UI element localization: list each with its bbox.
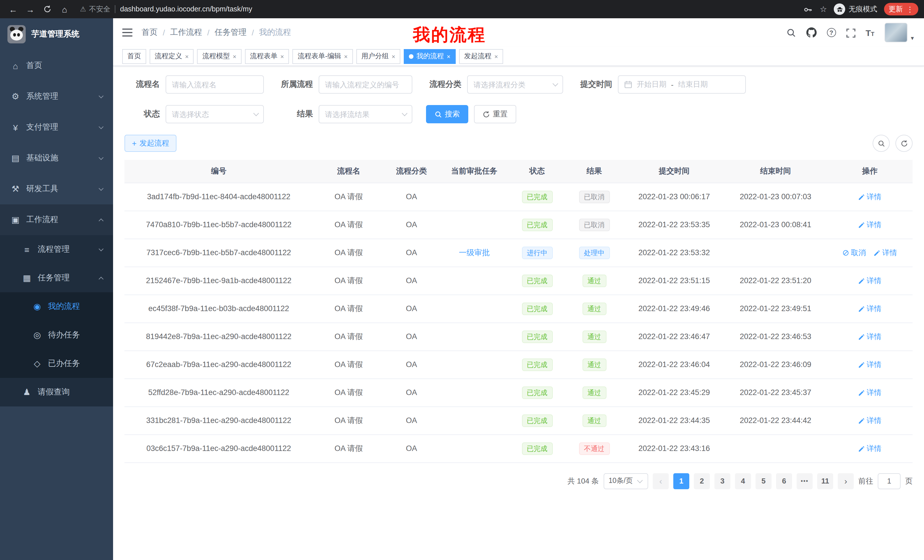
sidebar-item-process-mgmt[interactable]: ≡ 流程管理 — [0, 235, 113, 264]
detail-link[interactable]: 详情 — [874, 247, 897, 258]
bookmark-star-icon[interactable]: ☆ — [820, 4, 827, 14]
result-select[interactable] — [319, 105, 412, 123]
sidebar-item-task-mgmt[interactable]: ▦ 任务管理 — [0, 264, 113, 292]
cancel-link[interactable]: 取消 — [842, 247, 866, 258]
reload-icon[interactable] — [40, 2, 55, 16]
tab-home[interactable]: 首页 — [122, 49, 146, 64]
category-select[interactable] — [467, 75, 563, 94]
close-icon[interactable]: × — [494, 53, 498, 60]
fullscreen-icon[interactable] — [846, 27, 855, 38]
tab-initiate-process[interactable]: 发起流程× — [459, 49, 503, 64]
parent-process-input[interactable] — [319, 75, 412, 94]
submit-time-range-picker[interactable]: 开始日期 - 结束日期 — [618, 75, 746, 94]
detail-link[interactable]: 详情 — [858, 415, 882, 425]
browser-menu-icon[interactable]: ⋮ — [906, 5, 914, 13]
workflow-submenu: ≡ 流程管理 ▦ 任务管理 ◉ 我的流程 ◎ 待办任务 — [0, 235, 113, 406]
back-icon[interactable]: ← — [6, 2, 21, 16]
cell-category: OA — [384, 183, 439, 211]
security-warning[interactable]: ⚠不安全 — [80, 4, 111, 14]
tab-my-process[interactable]: 我的流程× — [404, 49, 455, 64]
cell-submit-time: 2022-01-22 23:46:04 — [624, 350, 724, 379]
start-date-placeholder: 开始日期 — [637, 79, 666, 90]
goto-page-input[interactable] — [878, 473, 901, 489]
password-key-icon[interactable] — [804, 4, 813, 14]
address-bar[interactable]: ⚠不安全 dashboard.yudao.iocoder.cn/bpm/task… — [80, 4, 796, 14]
initiate-process-button[interactable]: + 发起流程 — [124, 135, 177, 152]
detail-link[interactable]: 详情 — [858, 443, 882, 454]
page-button-2[interactable]: 2 — [694, 473, 710, 489]
process-name-input[interactable] — [166, 75, 264, 94]
more-pages-button[interactable]: ••• — [796, 473, 813, 489]
cell-current-task — [439, 322, 510, 350]
search-icon[interactable] — [786, 27, 796, 38]
sidebar-item-devtools[interactable]: ⚒ 研发工具 — [0, 174, 113, 204]
detail-link[interactable]: 详情 — [858, 303, 882, 314]
sidebar-item-done-tasks[interactable]: ◇ 已办任务 — [0, 349, 113, 378]
cell-name: OA 请假 — [313, 406, 384, 434]
hamburger-icon[interactable] — [122, 28, 132, 36]
github-icon[interactable] — [806, 27, 817, 38]
prev-page-button[interactable]: ‹ — [653, 473, 669, 489]
sidebar-item-infra[interactable]: ▤ 基础设施 — [0, 143, 113, 174]
cell-id: 331bc281-7b9a-11ec-a290-acde48001122 — [124, 406, 313, 434]
close-icon[interactable]: × — [280, 53, 284, 60]
detail-link[interactable]: 详情 — [858, 387, 882, 398]
cell-end-time: 2022-01-22 23:45:37 — [724, 379, 827, 406]
breadcrumb-task-mgmt[interactable]: 任务管理 — [215, 27, 247, 38]
chevron-down-icon — [99, 186, 104, 191]
close-icon[interactable]: × — [185, 53, 189, 60]
browser-update-button[interactable]: 更新 ⋮ — [884, 3, 918, 15]
tab-process-definition[interactable]: 流程定义× — [150, 49, 194, 64]
filter-row-1: 流程名 所属流程 流程分类 提交 — [124, 75, 913, 94]
sidebar-item-system[interactable]: ⚙ 系统管理 — [0, 81, 113, 112]
refresh-table-button[interactable] — [896, 135, 913, 152]
current-task-link[interactable]: 一级审批 — [459, 248, 490, 257]
sidebar-item-todo-tasks[interactable]: ◎ 待办任务 — [0, 321, 113, 349]
tab-user-group[interactable]: 用户分组× — [356, 49, 400, 64]
close-icon[interactable]: × — [392, 53, 396, 60]
page-button-1[interactable]: 1 — [673, 473, 689, 489]
breadcrumb-home[interactable]: 首页 — [142, 27, 158, 38]
breadcrumb-workflow[interactable]: 工作流程 — [170, 27, 202, 38]
page-button-3[interactable]: 3 — [714, 473, 730, 489]
next-page-button[interactable]: › — [838, 473, 854, 489]
sidebar-item-home[interactable]: ⌂ 首页 — [0, 50, 113, 81]
close-icon[interactable]: × — [233, 53, 236, 60]
toggle-search-button[interactable] — [873, 135, 890, 152]
cell-submit-time: 2022-01-22 23:53:32 — [624, 239, 724, 267]
close-icon[interactable]: × — [344, 53, 348, 60]
detail-link[interactable]: 详情 — [858, 359, 882, 370]
url-text[interactable]: dashboard.yudao.iocoder.cn/bpm/task/my — [120, 5, 252, 13]
status-select[interactable] — [166, 105, 264, 123]
detail-link[interactable]: 详情 — [858, 276, 882, 286]
page-button-11[interactable]: 11 — [817, 473, 833, 489]
user-menu[interactable]: ▼ — [885, 23, 915, 42]
page-button-4[interactable]: 4 — [735, 473, 751, 489]
avatar[interactable] — [885, 23, 908, 42]
sidebar-item-workflow[interactable]: ▣ 工作流程 — [0, 204, 113, 235]
cell-end-time: 2022-01-23 00:08:41 — [724, 211, 827, 239]
font-size-icon[interactable]: TT — [866, 28, 874, 37]
screen: ← → ⌂ ⚠不安全 dashboard.yudao.iocoder.cn/bp… — [0, 0, 924, 560]
search-button[interactable]: 搜索 — [426, 105, 468, 123]
detail-link[interactable]: 详情 — [858, 192, 882, 202]
home-icon[interactable]: ⌂ — [57, 2, 72, 16]
detail-link[interactable]: 详情 — [858, 331, 882, 341]
close-icon[interactable]: × — [447, 53, 450, 60]
monitor-icon: ▤ — [10, 153, 21, 163]
detail-link[interactable]: 详情 — [858, 220, 882, 230]
page-size-select[interactable]: 10条/页 — [603, 473, 648, 489]
help-icon[interactable]: ? — [827, 28, 836, 37]
app-logo-row[interactable]: 芋道管理系统 — [0, 18, 113, 50]
reset-button[interactable]: 重置 — [474, 105, 516, 123]
page-button-5[interactable]: 5 — [756, 473, 771, 489]
page-button-6[interactable]: 6 — [776, 473, 792, 489]
sidebar-item-leave-query[interactable]: ♟ 请假查询 — [0, 378, 113, 406]
sidebar-item-payment[interactable]: ¥ 支付管理 — [0, 112, 113, 143]
forward-icon[interactable]: → — [23, 2, 38, 16]
sidebar-item-my-process[interactable]: ◉ 我的流程 — [0, 292, 113, 321]
task-grid-icon: ▦ — [22, 273, 32, 283]
tab-process-form-edit[interactable]: 流程表单-编辑× — [292, 49, 353, 64]
tab-process-model[interactable]: 流程模型× — [197, 49, 242, 64]
tab-process-form[interactable]: 流程表单× — [245, 49, 289, 64]
